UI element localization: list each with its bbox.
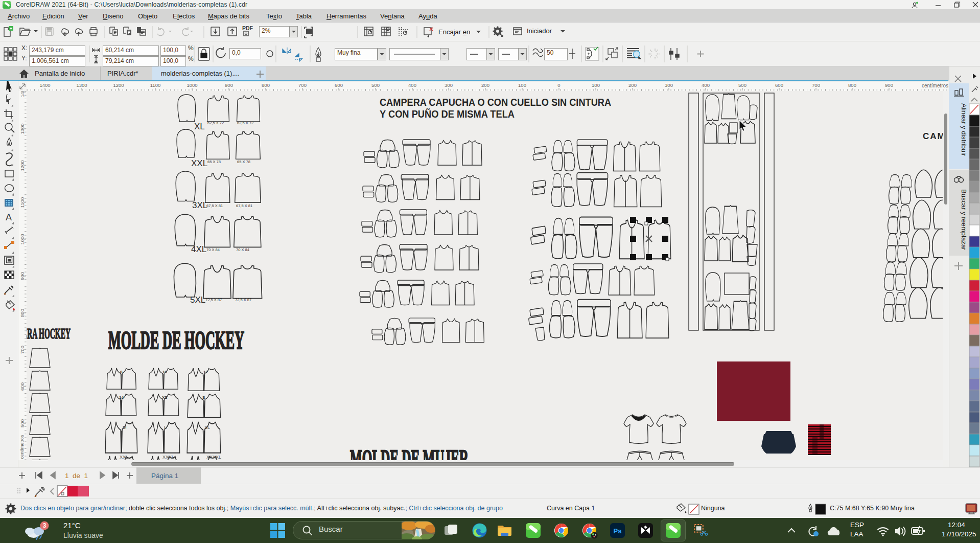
svg-text:800: 800	[262, 82, 270, 88]
svg-text:3: 3	[43, 522, 46, 529]
svg-text:10: 10	[162, 370, 167, 374]
svg-text:XL: XL	[194, 122, 205, 131]
svg-text:65 X 78: 65 X 78	[237, 160, 250, 164]
svg-text:300: 300	[445, 82, 453, 88]
svg-text:X:: X:	[21, 44, 27, 52]
svg-text:70 X 84: 70 X 84	[236, 247, 249, 252]
svg-text:700: 700	[298, 82, 307, 88]
svg-text:72,5 X 87: 72,5 X 87	[205, 298, 222, 302]
svg-text:XXXL: XXXL	[162, 455, 174, 460]
svg-text:A: A	[6, 212, 12, 222]
svg-text:XL: XL	[204, 425, 210, 430]
svg-text:%: %	[188, 44, 194, 52]
svg-text:900: 900	[225, 82, 233, 88]
svg-text:900: 900	[885, 82, 893, 88]
svg-text:1 de 1: 1 de 1	[65, 472, 88, 480]
svg-text:MOLDE DE MUJER: MOLDE DE MUJER	[350, 444, 469, 460]
svg-text:4XL: 4XL	[191, 244, 206, 254]
svg-text:100: 100	[592, 82, 600, 88]
svg-text:800: 800	[848, 82, 856, 88]
svg-text:200: 200	[628, 82, 637, 88]
svg-text:0: 0	[557, 82, 560, 88]
svg-text:300: 300	[665, 82, 673, 88]
svg-text:1200: 1200	[113, 82, 124, 88]
svg-text:1400: 1400	[39, 82, 50, 88]
svg-text:100: 100	[518, 82, 526, 88]
svg-text:14: 14	[119, 395, 124, 400]
svg-text:72,5 X 87: 72,5 X 87	[235, 298, 251, 302]
svg-text:Alinear y distribuir: Alinear y distribuir	[960, 103, 968, 156]
svg-text:%: %	[188, 55, 194, 62]
svg-text:Página 1: Página 1	[151, 472, 178, 480]
svg-text:Ps: Ps	[614, 527, 622, 535]
svg-text:XS: XS	[162, 395, 168, 400]
svg-text:CAMPERA CAPUCHA O CON CUELLO S: CAMPERA CAPUCHA O CON CUELLO SIN CINTURA	[380, 97, 611, 108]
svg-text:12: 12	[203, 370, 208, 374]
svg-text:500: 500	[371, 82, 380, 88]
svg-text:400: 400	[702, 82, 710, 88]
svg-text:600: 600	[335, 82, 343, 88]
svg-text:67,5 X 81: 67,5 X 81	[236, 203, 252, 208]
svg-text:600: 600	[775, 82, 783, 88]
svg-text:centímetros: centímetros	[922, 83, 948, 88]
svg-text:62,5 X 72: 62,5 X 72	[237, 121, 253, 125]
svg-text:ERA HOCKEY: ERA HOCKEY	[27, 325, 71, 342]
svg-text:5XL: 5XL	[190, 295, 205, 305]
svg-text:1300: 1300	[76, 82, 87, 88]
svg-text:L: L	[164, 425, 167, 430]
svg-text:400: 400	[408, 82, 416, 88]
svg-text:1100: 1100	[150, 82, 160, 88]
svg-text:Buscar y reemplazar: Buscar y reemplazar	[960, 189, 968, 251]
svg-text:700: 700	[812, 82, 820, 88]
svg-text:67,5 X 81: 67,5 X 81	[206, 203, 223, 208]
svg-text:XXL: XXL	[120, 455, 128, 460]
svg-text:Iniciador: Iniciador	[527, 27, 552, 35]
svg-text:65 X 78: 65 X 78	[207, 160, 221, 164]
svg-text:XXL: XXL	[191, 159, 207, 168]
svg-text:70 X 84: 70 X 84	[206, 247, 220, 252]
svg-text:S: S	[202, 395, 205, 400]
svg-text:500: 500	[738, 82, 746, 88]
svg-text:CAM: CAM	[923, 131, 943, 141]
svg-text:PDF: PDF	[242, 25, 253, 31]
svg-text:Y:: Y:	[21, 55, 27, 62]
svg-text:1000: 1000	[186, 82, 197, 88]
svg-text:8: 8	[120, 370, 123, 374]
svg-text:centímetros: centímetros	[19, 435, 25, 459]
svg-text:Y CON PUÑO DE MISMA TELA: Y CON PUÑO DE MISMA TELA	[380, 108, 515, 120]
svg-text:62,5 X 72: 62,5 X 72	[207, 121, 224, 125]
svg-text:200: 200	[481, 82, 489, 88]
svg-text:3XL: 3XL	[192, 200, 207, 210]
svg-text:XXXXL: XXXXL	[206, 455, 221, 460]
svg-text:MOLDE DE HOCKEY: MOLDE DE HOCKEY	[108, 326, 244, 354]
svg-text:M: M	[123, 425, 127, 430]
